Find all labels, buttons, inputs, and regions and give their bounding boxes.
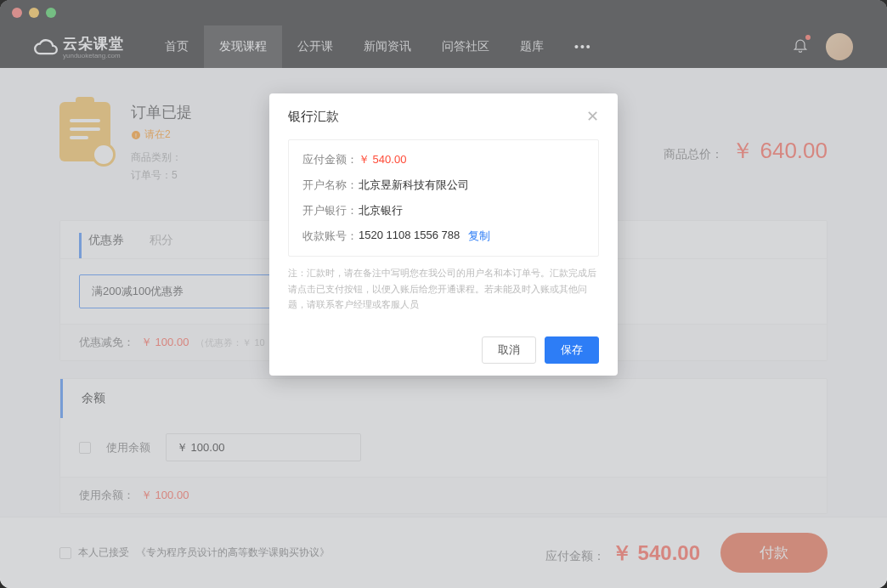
bank-transfer-modal: 银行汇款 ✕ 应付金额： ￥ 540.00 开户名称： 北京昱新科技有限公司 开…	[269, 93, 618, 376]
holder-value: 北京昱新科技有限公司	[359, 178, 469, 193]
bank-label: 开户银行：	[302, 203, 359, 218]
modal-overlay[interactable]: 银行汇款 ✕ 应付金额： ￥ 540.00 开户名称： 北京昱新科技有限公司 开…	[0, 0, 887, 588]
account-value: 1520 1108 1556 788	[359, 229, 460, 244]
cancel-button[interactable]: 取消	[482, 336, 536, 364]
bank-value: 北京银行	[359, 203, 403, 218]
account-label: 收款账号：	[302, 229, 359, 244]
copy-button[interactable]: 复制	[468, 229, 490, 244]
close-icon[interactable]: ✕	[586, 107, 599, 126]
transfer-info: 应付金额： ￥ 540.00 开户名称： 北京昱新科技有限公司 开户银行： 北京…	[288, 139, 599, 257]
modal-footer: 取消 保存	[269, 325, 618, 376]
modal-body: 应付金额： ￥ 540.00 开户名称： 北京昱新科技有限公司 开户银行： 北京…	[269, 139, 618, 325]
modal-title: 银行汇款	[288, 109, 339, 125]
transfer-note: 注：汇款时，请在备注中写明您在我公司的用户名和本订单号。汇款完成后请点击已支付按…	[288, 265, 599, 313]
modal-header: 银行汇款 ✕	[269, 93, 618, 139]
amount-label: 应付金额：	[302, 152, 359, 167]
amount-value: ￥ 540.00	[359, 152, 406, 167]
holder-label: 开户名称：	[302, 178, 359, 193]
save-button[interactable]: 保存	[545, 336, 599, 364]
app-window: 云朵课堂 yunduoketang.com 首页 发现课程 公开课 新闻资讯 问…	[0, 0, 887, 588]
